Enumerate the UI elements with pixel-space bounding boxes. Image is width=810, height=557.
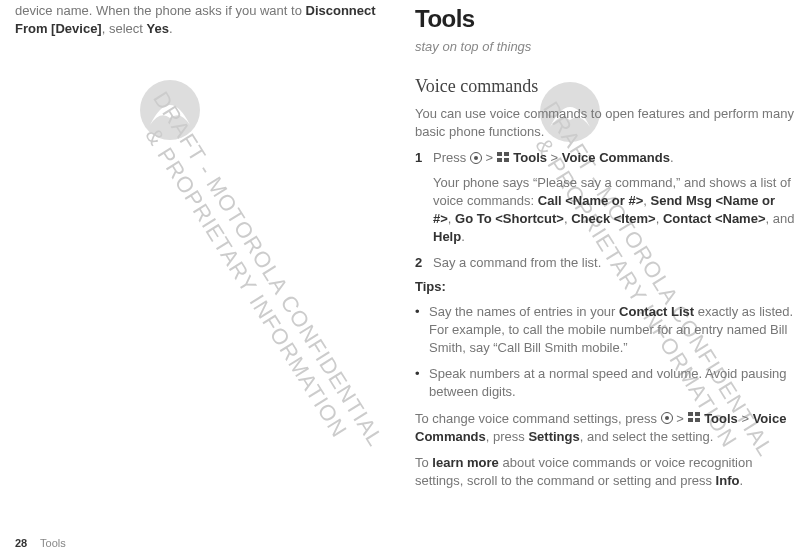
- tips-label: Tips:: [415, 278, 795, 296]
- txt: To change voice command settings, press: [415, 411, 661, 426]
- txt: ,: [643, 193, 650, 208]
- page-number: 28: [15, 537, 27, 549]
- txt: , select: [102, 21, 147, 36]
- txt-bold: Tools: [701, 411, 738, 426]
- bullet-body: Speak numbers at a normal speed and volu…: [429, 365, 795, 401]
- svg-rect-2: [497, 158, 502, 162]
- txt: , and select the setting.: [580, 429, 714, 444]
- txt-bold: Go To <Shortcut>: [455, 211, 564, 226]
- svg-rect-0: [497, 152, 502, 156]
- txt-bold: Tools: [510, 150, 547, 165]
- svg-rect-5: [695, 412, 700, 416]
- bullet-icon: •: [415, 365, 429, 401]
- section-title: Tools: [415, 2, 795, 36]
- menu-icon: [497, 152, 510, 164]
- txt: To: [415, 455, 432, 470]
- txt-bold: Settings: [528, 429, 579, 444]
- menu-icon: [688, 412, 701, 424]
- txt: .: [670, 150, 674, 165]
- txt: >: [547, 150, 562, 165]
- step-body: Say a command from the list.: [433, 254, 601, 272]
- txt: , press: [486, 429, 529, 444]
- step-1: 1 Press > Tools > Voice Commands.: [415, 149, 795, 167]
- txt: >: [738, 411, 753, 426]
- txt-bold: Yes: [147, 21, 169, 36]
- bullet-icon: •: [415, 303, 429, 358]
- txt: ,: [448, 211, 455, 226]
- svg-rect-3: [504, 158, 509, 162]
- svg-rect-6: [688, 418, 693, 422]
- tip-bullet: • Speak numbers at a normal speed and vo…: [415, 365, 795, 401]
- step-2: 2 Say a command from the list.: [415, 254, 795, 272]
- bullet-body: Say the names of entries in your Contact…: [429, 303, 795, 358]
- svg-rect-1: [504, 152, 509, 156]
- subheading: Voice commands: [415, 74, 795, 99]
- center-key-icon: [470, 152, 482, 164]
- txt: .: [169, 21, 173, 36]
- tip-bullet: • Say the names of entries in your Conta…: [415, 303, 795, 358]
- step-body: Press > Tools > Voice Commands.: [433, 149, 674, 167]
- step-1-detail: Your phone says “Please say a command,” …: [433, 174, 795, 247]
- txt: Press: [433, 150, 470, 165]
- txt-bold: Info: [716, 473, 740, 488]
- txt: .: [739, 473, 743, 488]
- txt-bold: Voice Commands: [562, 150, 670, 165]
- txt: device name. When the phone asks if you …: [15, 3, 306, 18]
- svg-rect-7: [695, 418, 700, 422]
- section-tagline: stay on top of things: [415, 38, 795, 56]
- txt-bold: Help: [433, 229, 461, 244]
- svg-rect-4: [688, 412, 693, 416]
- txt: >: [673, 411, 688, 426]
- left-paragraph: device name. When the phone asks if you …: [15, 2, 380, 38]
- footer-section: Tools: [40, 537, 66, 549]
- txt-bold: Contact <Name>: [663, 211, 766, 226]
- step-number: 2: [415, 254, 433, 272]
- txt: >: [482, 150, 497, 165]
- paragraph: To learn more about voice commands or vo…: [415, 454, 795, 490]
- txt-bold: learn more: [432, 455, 498, 470]
- txt: ,: [656, 211, 663, 226]
- page-footer: 28 Tools: [15, 537, 66, 549]
- txt-bold: Contact List: [619, 304, 694, 319]
- txt-bold: Call <Name or #>: [538, 193, 644, 208]
- txt: Say the names of entries in your: [429, 304, 619, 319]
- txt-bold: Check <Item>: [571, 211, 656, 226]
- center-key-icon: [661, 412, 673, 424]
- txt: , and: [766, 211, 795, 226]
- intro-paragraph: You can use voice commands to open featu…: [415, 105, 795, 141]
- step-number: 1: [415, 149, 433, 167]
- txt: .: [461, 229, 465, 244]
- paragraph: To change voice command settings, press …: [415, 410, 795, 446]
